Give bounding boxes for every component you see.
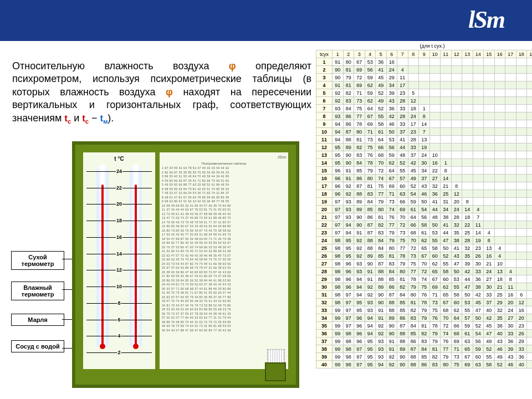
table-cell <box>527 330 533 337</box>
table-cell: 90 <box>343 151 354 159</box>
table-cell: 92 <box>386 361 397 369</box>
table-cell: 47 <box>441 237 452 244</box>
table-col-header: 19 <box>527 50 533 58</box>
table-cell: 8 <box>441 167 452 175</box>
table-cell: 97 <box>332 198 344 206</box>
table-cell: 75 <box>354 105 365 112</box>
table-cell: 53 <box>451 275 462 283</box>
table-cell: 60 <box>473 353 484 361</box>
table-cell: 32 <box>494 306 505 314</box>
description-paragraph: Относительную влажность воздуха φ опреде… <box>12 60 311 125</box>
table-cell <box>494 74 505 81</box>
table-cell: 91 <box>365 268 376 275</box>
table-cell <box>494 159 505 167</box>
table-cell <box>429 128 441 136</box>
table-cell: 83 <box>376 229 387 237</box>
table-cell: 33 <box>516 345 527 353</box>
table-cell <box>494 206 505 213</box>
table-col-header: 7 <box>397 50 408 58</box>
table-cell: 82 <box>376 221 387 229</box>
table-cell: 39 <box>386 89 397 97</box>
table-cell <box>484 105 495 112</box>
table-cell: 29 <box>516 337 527 345</box>
table-cell <box>494 190 505 198</box>
table-cell <box>473 136 484 144</box>
table-row-header: 15 <box>316 167 332 175</box>
table-cell: 86 <box>354 175 365 182</box>
table-cell: 47 <box>473 306 484 314</box>
table-cell: 68 <box>376 151 387 159</box>
scale-number: 22 <box>116 185 122 191</box>
label-gauze: Марля <box>11 314 64 326</box>
t-c-symbol: tc <box>82 113 89 124</box>
table-cell: 49 <box>376 81 387 89</box>
table-cell: 81 <box>419 322 430 330</box>
table-cell: 66 <box>397 198 408 206</box>
table-cell: 97 <box>343 314 354 322</box>
table-cell <box>516 74 527 81</box>
table-cell <box>516 268 527 275</box>
table-cell <box>516 97 527 105</box>
table-cell: 92 <box>376 322 387 330</box>
table-cell: 73 <box>429 299 441 306</box>
table-cell <box>527 221 533 229</box>
table-cell: 50 <box>473 314 484 322</box>
table-row-header: 8 <box>316 112 332 120</box>
table-cell: 58 <box>419 221 430 229</box>
table-cell: 4 <box>505 268 516 275</box>
table-cell: 32 <box>429 182 441 190</box>
table-row-header: 10 <box>316 128 332 136</box>
table-cell: 39 <box>505 345 516 353</box>
table-cell: 88 <box>397 337 408 345</box>
table-cell: 58 <box>376 120 387 128</box>
table-cell: 35 <box>451 229 462 237</box>
table-cell: 14 <box>462 206 473 213</box>
table-cell: 79 <box>441 353 452 361</box>
table-col-header: 5 <box>376 50 387 58</box>
table-cell: 29 <box>494 299 505 306</box>
table-cell <box>473 74 484 81</box>
table-cell: 94 <box>365 314 376 322</box>
table-cell: 97 <box>332 221 344 229</box>
table-cell: 52 <box>441 252 452 260</box>
table-row-header: 39 <box>316 353 332 361</box>
table-cell: 5 <box>408 89 419 97</box>
table-cell <box>516 136 527 144</box>
table-cell <box>441 74 452 81</box>
table-cell <box>484 175 495 182</box>
table-cell <box>451 81 462 89</box>
table-cell: 37 <box>408 151 419 159</box>
table-cell <box>484 58 495 66</box>
table-cell <box>516 81 527 89</box>
table-cell <box>505 190 516 198</box>
table-cell <box>494 105 505 112</box>
table-cell: 81 <box>386 252 397 260</box>
table-cell: 97 <box>343 299 354 306</box>
table-cell: 26 <box>473 252 484 260</box>
table-cell <box>516 252 527 260</box>
table-cell: 45 <box>408 167 419 175</box>
table-cell <box>516 283 527 291</box>
table-cell <box>527 89 533 97</box>
table-cell: 28 <box>397 97 408 105</box>
table-cell: 48 <box>397 151 408 159</box>
table-col-header: 1 <box>332 50 344 58</box>
table-cell <box>419 74 430 81</box>
table-cell: 53 <box>386 136 397 144</box>
table-cell <box>484 66 495 74</box>
table-cell <box>505 175 516 182</box>
table-cell: 67 <box>462 353 473 361</box>
table-cell: 50 <box>441 244 452 252</box>
table-cell: 79 <box>365 167 376 175</box>
table-cell <box>505 89 516 97</box>
table-cell: 94 <box>332 136 344 144</box>
table-cell <box>473 151 484 159</box>
table-cell: 52 <box>408 182 419 190</box>
table-cell: 45 <box>473 299 484 306</box>
table-cell: 59 <box>473 345 484 353</box>
table-cell <box>451 175 462 182</box>
table-cell: 84 <box>354 159 365 167</box>
table-cell: 96 <box>332 190 344 198</box>
table-cell <box>441 136 452 144</box>
table-cell: 84 <box>397 291 408 299</box>
